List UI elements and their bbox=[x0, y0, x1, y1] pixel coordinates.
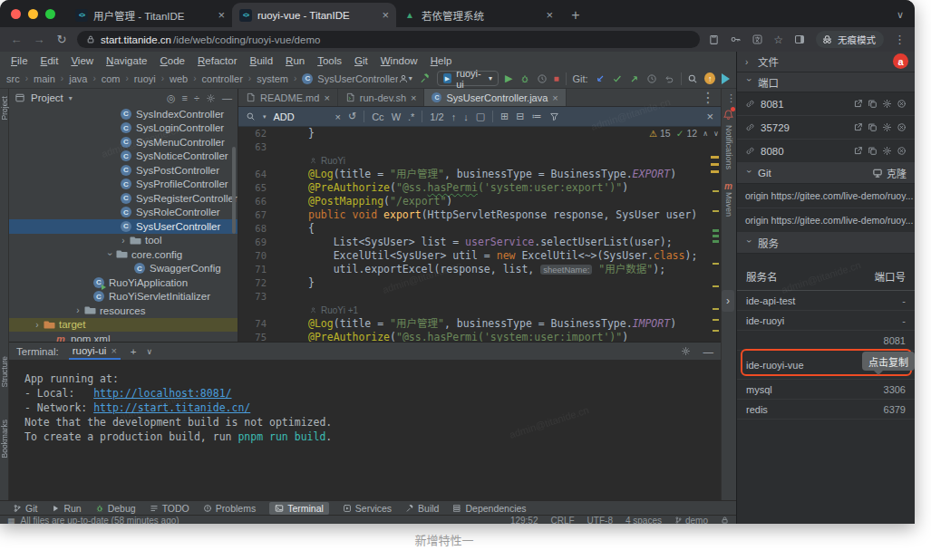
line-number[interactable]: 68 bbox=[238, 222, 267, 236]
tree-item-sysrolecontroller[interactable]: CSysRoleController bbox=[9, 206, 238, 220]
line-number[interactable]: 69 bbox=[238, 236, 267, 249]
breadcrumb-class[interactable]: SysUserController bbox=[317, 73, 397, 84]
terminal-tab[interactable]: ruoyi-ui × bbox=[69, 343, 121, 360]
ide-update-icon[interactable]: ↑ bbox=[704, 72, 715, 84]
git-push-icon[interactable] bbox=[629, 73, 640, 84]
terminal-dropdown-icon[interactable]: ∨ bbox=[147, 347, 153, 356]
tree-item-syslogincontroller[interactable]: CSysLoginController bbox=[9, 121, 238, 136]
service-row-mysql[interactable]: mysql3306 bbox=[737, 380, 915, 400]
gear-icon[interactable] bbox=[882, 146, 892, 156]
close-tab-icon[interactable]: × bbox=[546, 8, 553, 22]
toolwindow-terminal[interactable]: Terminal bbox=[269, 502, 329, 515]
breadcrumb-item[interactable]: system bbox=[257, 73, 288, 84]
line-number[interactable]: 74 bbox=[238, 317, 267, 331]
open-new-icon[interactable] bbox=[853, 122, 863, 132]
stop-button[interactable]: ■ bbox=[554, 73, 559, 83]
browser-tab[interactable]: ▲若依管理系统× bbox=[396, 3, 560, 27]
reload-icon[interactable]: ↻ bbox=[54, 33, 69, 46]
author-hint[interactable]: RuoYi bbox=[238, 154, 721, 168]
line-number[interactable]: 70 bbox=[238, 249, 267, 263]
regex-toggle[interactable]: .* bbox=[408, 111, 414, 122]
close-circle-icon[interactable] bbox=[897, 99, 907, 109]
find-close-icon[interactable]: × bbox=[706, 110, 713, 123]
ports-section-header[interactable]: › 端口 bbox=[737, 72, 915, 92]
find-next-icon[interactable]: ↓ bbox=[463, 111, 469, 122]
service-row[interactable]: 8081 bbox=[737, 331, 915, 351]
line-number[interactable]: 65 bbox=[238, 181, 267, 195]
find-search-icon[interactable] bbox=[246, 111, 256, 121]
expand-all-icon[interactable]: ≡ bbox=[182, 92, 188, 103]
git-section-header[interactable]: › Git 克隆 bbox=[737, 163, 915, 184]
close-tab-icon[interactable]: × bbox=[382, 8, 389, 22]
git-update-icon[interactable] bbox=[595, 73, 606, 84]
tree-item-target[interactable]: ›target bbox=[9, 318, 238, 333]
git-remote-row[interactable]: origin https://gitee.com/live-demo/ruoy.… bbox=[737, 208, 915, 233]
menu-build[interactable]: Build bbox=[244, 55, 280, 66]
translate-icon[interactable] bbox=[752, 34, 763, 45]
git-branch-name[interactable]: demo bbox=[685, 516, 708, 524]
gear-icon[interactable] bbox=[882, 122, 892, 132]
terminal-tab-close-icon[interactable]: × bbox=[111, 345, 116, 356]
match-case-toggle[interactable]: Cc bbox=[372, 111, 383, 122]
file-encoding[interactable]: UTF-8 bbox=[587, 516, 613, 524]
tree-item-ruoyiapplication[interactable]: CRuoYiApplication bbox=[9, 275, 238, 290]
close-tab-icon[interactable]: × bbox=[411, 92, 416, 103]
author-hint[interactable]: RuoYi +1 bbox=[238, 304, 721, 317]
tree-item-swaggerconfig[interactable]: CSwaggerConfig bbox=[9, 262, 238, 276]
user-account-icon[interactable]: ▾ bbox=[398, 73, 412, 84]
code-editor[interactable]: 62}63RuoYi64@Log(title = "用户管理", busines… bbox=[238, 127, 721, 342]
menu-file[interactable]: File bbox=[5, 55, 34, 66]
close-tab-icon[interactable]: × bbox=[324, 92, 329, 103]
line-number[interactable]: 64 bbox=[238, 168, 267, 181]
minimize-window-button[interactable] bbox=[28, 9, 38, 19]
menu-navigate[interactable]: Navigate bbox=[100, 55, 153, 66]
new-terminal-icon[interactable]: + bbox=[131, 346, 137, 357]
line-number[interactable]: 62 bbox=[238, 127, 267, 140]
tree-item-sysregistercontroller[interactable]: CSysRegisterController bbox=[9, 191, 238, 206]
chevron-right-icon[interactable]: › bbox=[118, 236, 129, 246]
editor-tab[interactable]: README.md× bbox=[238, 89, 338, 106]
tree-item-sysmenucontroller[interactable]: CSysMenuController bbox=[9, 135, 238, 150]
menu-edit[interactable]: Edit bbox=[34, 55, 65, 66]
editor-tab[interactable]: CSysUserController.java× bbox=[424, 89, 566, 106]
breadcrumb-item[interactable]: controller bbox=[202, 73, 243, 84]
line-separator[interactable]: CRLF bbox=[550, 516, 574, 524]
stripe-more-icon[interactable]: ⋮ bbox=[726, 92, 736, 104]
gear-icon[interactable] bbox=[882, 99, 892, 109]
stripe-project-label[interactable]: Project bbox=[0, 96, 9, 120]
service-row-ide-api-test[interactable]: ide-api-test- bbox=[737, 291, 915, 311]
menu-refactor[interactable]: Refactor bbox=[191, 55, 243, 66]
toolwindow-git[interactable]: Git bbox=[13, 502, 37, 515]
minimize-terminal-icon[interactable]: — bbox=[703, 346, 714, 357]
tree-item-sysnoticecontroller[interactable]: CSysNoticeController bbox=[9, 150, 238, 164]
menu-window[interactable]: Window bbox=[374, 55, 424, 66]
password-key-icon[interactable] bbox=[730, 34, 742, 45]
tree-scrollbar[interactable] bbox=[232, 147, 236, 234]
terminal-settings-gear-icon[interactable] bbox=[681, 346, 691, 356]
line-number[interactable]: 72 bbox=[238, 276, 267, 290]
toolwindow-services[interactable]: Services bbox=[343, 502, 392, 515]
close-circle-icon[interactable] bbox=[897, 146, 907, 156]
expand-panel-icon[interactable]: › bbox=[722, 290, 734, 312]
git-rollback-icon[interactable] bbox=[664, 73, 674, 84]
bookmark-star-icon[interactable]: ☆ bbox=[773, 34, 783, 46]
terminal-link[interactable]: http://start.titanide.cn/ bbox=[93, 401, 250, 414]
toolwindow-problems[interactable]: Problems bbox=[203, 502, 256, 515]
debug-button[interactable] bbox=[519, 73, 530, 84]
copy-icon[interactable] bbox=[868, 99, 878, 109]
build-hammer-icon[interactable] bbox=[419, 72, 431, 84]
preview-app-icon[interactable] bbox=[722, 73, 730, 84]
whole-words-toggle[interactable]: W bbox=[392, 111, 401, 122]
close-tab-icon[interactable]: × bbox=[218, 8, 225, 22]
line-number[interactable]: 63 bbox=[238, 140, 267, 154]
stripe-maven-label[interactable]: Maven bbox=[724, 192, 733, 217]
panel-settings-gear-icon[interactable] bbox=[206, 93, 216, 103]
indent-setting[interactable]: 4 spaces bbox=[626, 516, 662, 524]
chevron-down-icon[interactable]: › bbox=[105, 249, 115, 260]
clone-button[interactable]: 克隆 bbox=[872, 166, 907, 180]
stripe-notifications-label[interactable]: Notifications bbox=[724, 125, 733, 169]
toolwindow-dependencies[interactable]: Dependencies bbox=[452, 502, 526, 515]
browser-menu-icon[interactable]: ⋮ bbox=[894, 33, 906, 46]
line-number[interactable]: 67 bbox=[238, 208, 267, 222]
project-panel-title[interactable]: Project bbox=[31, 92, 63, 103]
